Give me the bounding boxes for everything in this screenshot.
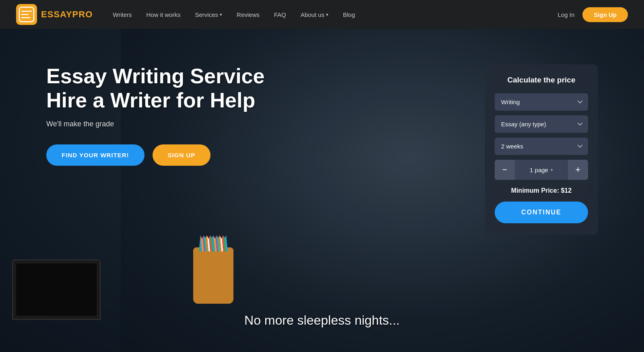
navigation: ESSAYPRO Writers How it works Services ▾… bbox=[0, 0, 644, 29]
minus-icon: − bbox=[502, 165, 508, 175]
minimum-price: Minimum Price: $12 bbox=[495, 187, 588, 194]
paper-type-select[interactable]: Essay (any type) Research paper Term pap… bbox=[495, 115, 588, 133]
pages-increase-button[interactable]: + bbox=[568, 160, 588, 180]
hero-bottom-text: No more sleepless nights... bbox=[244, 313, 400, 328]
hero-content: Essay Writing Service Hire a Writer for … bbox=[46, 64, 264, 166]
nav-links: Writers How it works Services ▾ Reviews … bbox=[113, 11, 557, 18]
hero-buttons: FIND YOUR WRITER! SIGN UP bbox=[46, 144, 264, 166]
hero-title: Essay Writing Service Hire a Writer for … bbox=[46, 64, 264, 113]
nav-item-services[interactable]: Services ▾ bbox=[195, 11, 223, 18]
signup-button[interactable]: Sign Up bbox=[582, 7, 628, 22]
logo-text: ESSAYPRO bbox=[41, 9, 93, 20]
logo[interactable]: ESSAYPRO bbox=[16, 4, 93, 25]
nav-item-writers[interactable]: Writers bbox=[113, 11, 132, 18]
pages-display: 1 page ▾ bbox=[515, 167, 568, 173]
type-select[interactable]: Writing Rewriting Editing Problem solvin… bbox=[495, 93, 588, 111]
nav-item-blog[interactable]: Blog bbox=[343, 11, 355, 18]
pages-chevron-icon: ▾ bbox=[551, 167, 553, 173]
price-calculator: Calculate the price Writing Rewriting Ed… bbox=[485, 64, 598, 235]
find-writer-button[interactable]: FIND YOUR WRITER! bbox=[46, 144, 144, 166]
services-chevron-icon: ▾ bbox=[220, 12, 222, 17]
pages-control: − 1 page ▾ + bbox=[495, 160, 588, 180]
laptop-decoration bbox=[12, 259, 101, 320]
logo-icon bbox=[16, 4, 37, 25]
price-value: $12 bbox=[561, 187, 572, 194]
deadline-select[interactable]: 2 weeks 10 days 7 days 5 days 3 days 2 d… bbox=[495, 138, 588, 155]
login-link[interactable]: Log In bbox=[558, 11, 575, 18]
pages-value: 1 page bbox=[530, 167, 548, 173]
plus-icon: + bbox=[576, 165, 581, 175]
nav-item-faq[interactable]: FAQ bbox=[274, 11, 286, 18]
nav-item-how-it-works[interactable]: How it works bbox=[147, 11, 181, 18]
about-chevron-icon: ▾ bbox=[326, 12, 328, 17]
nav-item-about-us[interactable]: About us ▾ bbox=[301, 11, 328, 18]
continue-button[interactable]: CONTINUE bbox=[495, 202, 588, 223]
hero-signup-button[interactable]: SIGN UP bbox=[153, 144, 211, 166]
nav-item-reviews[interactable]: Reviews bbox=[237, 11, 260, 18]
pages-decrease-button[interactable]: − bbox=[495, 160, 515, 180]
nav-actions: Log In Sign Up bbox=[558, 7, 628, 22]
hero-subtitle: We'll make the grade bbox=[46, 120, 264, 128]
pencil-cup-decoration bbox=[193, 247, 233, 304]
calculator-title: Calculate the price bbox=[495, 76, 588, 84]
